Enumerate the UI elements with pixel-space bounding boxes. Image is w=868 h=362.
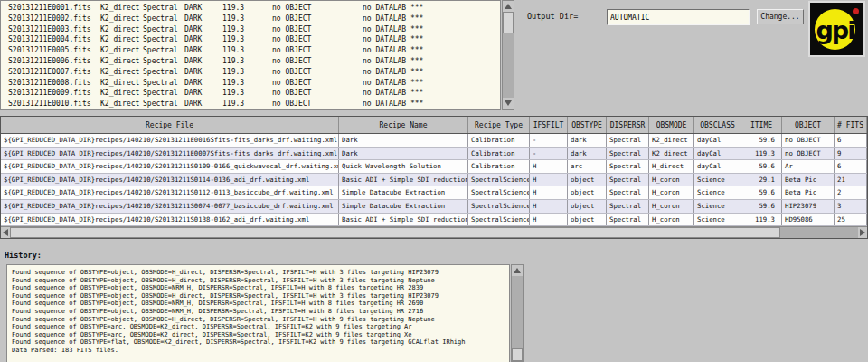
scrollbar-thumb[interactable] (512, 348, 523, 361)
cell-obstype: dark (568, 148, 607, 160)
history-line: Found sequence of OBSTYPE=object, OBSMOD… (12, 316, 509, 324)
fits-file-row[interactable]: S20131211E0005.fits K2_direct Spectral D… (8, 45, 500, 56)
cell-obstype: dark (568, 134, 607, 147)
file-object: no OBJECT (272, 34, 363, 45)
file-itime: 119.3 (222, 56, 272, 67)
cell-dispersr: Spectral (607, 160, 649, 173)
file-object: no OBJECT (272, 24, 363, 35)
file-datalab: no DATALAB *** (363, 3, 500, 14)
cell-ifsfilt: H (530, 174, 568, 186)
cell-obsmode: H_coron (649, 174, 694, 186)
recipe-row[interactable]: ${GPI_REDUCED_DATA_DIR}recipes/140210/S2… (1, 186, 867, 200)
gpi-logo-circle: gpi (815, 9, 855, 50)
right-arrow-icon (860, 229, 865, 236)
cell-ifsfilt: - (530, 134, 568, 147)
fits-file-row[interactable]: S20131211E0007.fits K2_direct Spectral D… (8, 67, 500, 78)
file-obsmode: K2_direct (100, 14, 143, 24)
scroll-left-arrow[interactable] (1, 227, 10, 238)
file-dispersr: Spectral (143, 78, 184, 89)
recipe-table-hscrollbar[interactable] (1, 226, 867, 238)
gpi-logo: gpi (808, 1, 865, 57)
cell-object: Beta Pic (782, 186, 835, 199)
file-object: no OBJECT (272, 78, 363, 89)
recipe-row[interactable]: ${GPI_REDUCED_DATA_DIR}recipes/140210/S2… (1, 174, 867, 187)
cell-ifsfilt: - (530, 148, 568, 160)
cell-num-fits: 2 (835, 186, 867, 199)
history-scrollbar[interactable] (511, 264, 524, 362)
file-datalab: no DATALAB *** (363, 67, 500, 78)
file-name: S20131211E0005.fits (8, 45, 100, 56)
recipe-row[interactable]: ${GPI_REDUCED_DATA_DIR}recipes/140210/S2… (1, 160, 867, 174)
cell-recipe-type: SpectralScience (468, 186, 530, 199)
fits-file-row[interactable]: S20131211E0009.fits K2_direct Spectral D… (8, 88, 500, 99)
cell-recipe-type: Calibration (468, 160, 530, 173)
cell-obsmode: K2_direct (649, 148, 694, 160)
fits-file-row[interactable]: S20131211E0008.fits K2_direct Spectral D… (8, 78, 500, 89)
fits-file-row[interactable]: S20131211E0006.fits K2_direct Spectral D… (8, 56, 500, 67)
cell-obstype: object (568, 186, 607, 199)
column-header: OBSCLASS (694, 117, 741, 133)
change-dir-button[interactable]: Change... (757, 9, 804, 24)
history-log[interactable]: Found sequence of OBSTYPE=object, OBSMOD… (6, 264, 510, 362)
file-itime: 119.3 (222, 99, 272, 110)
cell-itime: 119.3 (741, 148, 782, 160)
file-obsmode: K2_direct (100, 78, 143, 89)
cell-itime: 59.6 (741, 160, 782, 173)
fits-file-list[interactable]: S20131211E0001.fits K2_direct Spectral D… (0, 0, 501, 110)
cell-itime: 59.6 (741, 134, 782, 147)
cell-recipe-name: Basic ADI + Simple SDI reduction (339, 214, 468, 226)
file-list-scrollbar[interactable] (502, 0, 514, 110)
scrollbar-track[interactable] (780, 227, 858, 238)
history-line: Found sequence of OBSTYPE=arc, OBSMODE=K… (12, 323, 509, 331)
scroll-right-arrow[interactable] (858, 227, 867, 238)
file-dispersr: Spectral (143, 14, 184, 24)
cell-num-fits: 6 (835, 160, 867, 173)
scrollbar-thumb[interactable] (10, 227, 780, 238)
recipe-row[interactable]: ${GPI_REDUCED_DATA_DIR}recipes/140210/S2… (1, 214, 867, 227)
file-name: S20131211E0002.fits (8, 14, 100, 24)
history-line: Found sequence of OBSTYPE=flat, OBSMODE=… (12, 338, 509, 347)
cell-obsclass: dayCal (694, 148, 741, 160)
cell-dispersr: Spectral (607, 186, 649, 199)
output-dir-input[interactable] (607, 9, 750, 25)
file-obstype: DARK (184, 34, 222, 45)
history-line: Found sequence of OBSTYPE=arc, OBSMODE=K… (12, 331, 509, 339)
file-datalab: no DATALAB *** (363, 14, 500, 24)
fits-file-row[interactable]: S20131211E0002.fits K2_direct Spectral D… (8, 14, 500, 24)
column-header: OBSTYPE (568, 117, 607, 133)
scroll-up-arrow[interactable] (503, 1, 514, 12)
cell-itime: 119.3 (741, 214, 782, 226)
scrollbar-track[interactable] (503, 33, 514, 98)
cell-obsmode: H_coron (649, 186, 694, 199)
column-header: # FITS (835, 117, 867, 133)
column-header: ITIME (741, 117, 782, 133)
cell-dispersr: Spectral (607, 214, 649, 226)
file-obsmode: K2_direct (100, 56, 143, 67)
cell-num-fits: 3 (835, 200, 867, 213)
scroll-down-arrow[interactable] (503, 98, 514, 109)
column-header: IFSFILT (530, 117, 568, 133)
file-name: S20131211E0008.fits (8, 78, 100, 89)
cell-ifsfilt: H (530, 214, 568, 226)
file-itime: 119.3 (222, 34, 272, 45)
fits-file-row[interactable]: S20131211E0003.fits K2_direct Spectral D… (8, 24, 500, 35)
file-obsmode: K2_direct (100, 3, 143, 14)
file-dispersr: Spectral (143, 24, 184, 35)
file-itime: 119.3 (222, 14, 272, 24)
fits-file-row[interactable]: S20131211E0004.fits K2_direct Spectral D… (8, 34, 500, 45)
scroll-up-arrow[interactable] (512, 265, 523, 276)
fits-file-row[interactable]: S20131211E0001.fits K2_direct Spectral D… (8, 3, 500, 14)
recipe-row[interactable]: ${GPI_REDUCED_DATA_DIR}recipes/140210/S2… (1, 200, 867, 214)
column-header: OBSMODE (649, 117, 694, 133)
scrollbar-track[interactable] (512, 276, 523, 348)
cell-obstype: object (568, 214, 607, 226)
cell-num-fits: 9 (835, 148, 867, 160)
cell-obstype: object (568, 200, 607, 213)
fits-file-row[interactable]: S20131211E0010.fits K2_direct Spectral D… (8, 99, 500, 110)
recipe-row[interactable]: ${GPI_REDUCED_DATA_DIR}recipes/140210/S2… (1, 148, 867, 161)
scrollbar-thumb[interactable] (503, 12, 514, 33)
file-name: S20131211E0001.fits (8, 3, 100, 14)
file-obsmode: K2_direct (100, 67, 143, 78)
file-name: S20131211E0007.fits (8, 67, 100, 78)
recipe-row[interactable]: ${GPI_REDUCED_DATA_DIR}recipes/140210/S2… (1, 134, 867, 148)
